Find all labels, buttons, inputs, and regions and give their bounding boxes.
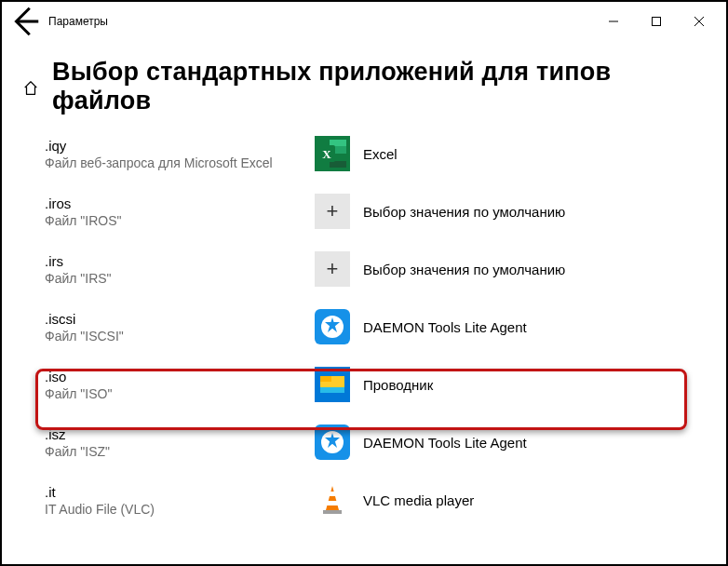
explorer-icon <box>315 367 350 402</box>
window-controls <box>592 7 721 36</box>
file-type-row: .iso Файл "ISO" Проводник <box>45 359 706 417</box>
plus-icon: + <box>315 251 350 287</box>
maximize-button[interactable] <box>635 7 678 36</box>
window-title: Параметры <box>48 15 108 28</box>
file-type-info: .isz Файл "ISZ" <box>45 424 315 459</box>
file-type-row: .it IT Audio File (VLC) VLC media player <box>45 475 706 532</box>
default-app-button[interactable]: VLC media player <box>315 482 474 518</box>
svg-rect-24 <box>323 510 342 514</box>
default-app-button[interactable]: + Выбор значения по умолчанию <box>315 251 565 287</box>
daemon-tools-icon <box>315 424 350 460</box>
daemon-tools-icon <box>315 309 350 344</box>
default-app-button[interactable]: DAEMON Tools Lite Agent <box>315 309 527 344</box>
default-app-button[interactable]: Проводник <box>315 367 433 402</box>
app-name: Проводник <box>363 377 433 393</box>
excel-icon: X <box>315 136 350 171</box>
file-description: Файл "IRS" <box>45 271 315 286</box>
file-extension: .irs <box>45 253 315 269</box>
title-bar: Параметры <box>2 2 726 41</box>
vlc-icon <box>315 482 350 518</box>
file-description: Файл "IROS" <box>45 213 315 228</box>
close-button[interactable] <box>678 7 721 36</box>
file-type-info: .iscsi Файл "ISCSI" <box>45 309 315 344</box>
home-icon[interactable] <box>22 80 39 101</box>
file-type-row: .irs Файл "IRS" + Выбор значения по умол… <box>45 244 706 302</box>
file-extension: .iros <box>45 195 315 211</box>
file-type-row: .iscsi Файл "ISCSI" DAEMON Tools Lite Ag… <box>45 302 706 359</box>
default-app-button[interactable]: + Выбор значения по умолчанию <box>315 194 565 229</box>
file-extension: .iso <box>45 369 315 384</box>
app-name: Выбор значения по умолчанию <box>363 262 565 277</box>
file-type-info: .it IT Audio File (VLC) <box>45 482 315 517</box>
file-type-row: .iros Файл "IROS" + Выбор значения по ум… <box>45 186 706 244</box>
app-name: Выбор значения по умолчанию <box>363 204 565 220</box>
svg-rect-10 <box>330 161 346 168</box>
page-header: Выбор стандартных приложений для типов ф… <box>2 41 726 128</box>
svg-rect-2 <box>653 18 661 26</box>
file-type-row: .iqy Файл веб-запроса для Microsoft Exce… <box>45 128 706 186</box>
app-name: DAEMON Tools Lite Agent <box>363 319 527 335</box>
svg-text:X: X <box>322 147 331 161</box>
app-name: Excel <box>363 146 398 162</box>
svg-rect-22 <box>329 492 336 496</box>
default-app-button[interactable]: X Excel <box>315 136 398 171</box>
file-extension: .isz <box>45 426 315 442</box>
plus-icon: + <box>315 194 350 229</box>
file-description: Файл "ISO" <box>45 386 315 401</box>
file-type-info: .iros Файл "IROS" <box>45 194 315 228</box>
file-type-info: .iso Файл "ISO" <box>45 367 315 401</box>
file-description: Файл веб-запроса для Microsoft Excel <box>45 155 315 170</box>
file-description: IT Audio File (VLC) <box>45 502 315 517</box>
file-extension: .it <box>45 484 315 500</box>
svg-rect-23 <box>327 501 338 505</box>
file-type-list: .iqy Файл веб-запроса для Microsoft Exce… <box>2 128 726 532</box>
svg-rect-18 <box>320 387 344 393</box>
page-title: Выбор стандартных приложений для типов ф… <box>52 58 706 115</box>
svg-rect-7 <box>330 140 346 146</box>
svg-rect-17 <box>320 376 331 382</box>
file-extension: .iqy <box>45 138 315 154</box>
app-name: DAEMON Tools Lite Agent <box>363 435 527 451</box>
default-app-button[interactable]: DAEMON Tools Lite Agent <box>315 424 527 460</box>
file-description: Файл "ISCSI" <box>45 329 315 344</box>
svg-marker-21 <box>326 486 339 510</box>
file-extension: .iscsi <box>45 311 315 327</box>
file-description: Файл "ISZ" <box>45 444 315 459</box>
minimize-button[interactable] <box>592 7 635 36</box>
file-type-info: .iqy Файл веб-запроса для Microsoft Exce… <box>45 136 315 170</box>
back-button[interactable] <box>7 4 43 39</box>
file-type-info: .irs Файл "IRS" <box>45 251 315 286</box>
app-name: VLC media player <box>363 492 474 508</box>
file-type-row: .isz Файл "ISZ" DAEMON Tools Lite Agent <box>45 417 706 475</box>
